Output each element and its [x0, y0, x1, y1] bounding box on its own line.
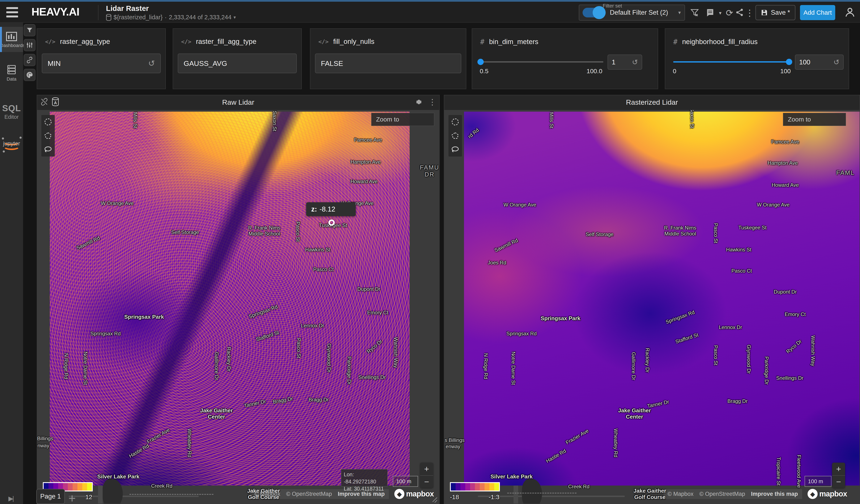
sidebar-item-jupyter[interactable]: jupyter [0, 134, 23, 149]
add-page-button[interactable]: + [68, 491, 76, 504]
annotations-icon[interactable] [705, 8, 715, 18]
theme-tool-button[interactable] [24, 69, 35, 81]
map-street-label: Self Storage [171, 230, 199, 235]
zoom-in-button[interactable]: + [420, 463, 433, 475]
link-tool-button[interactable] [24, 54, 35, 66]
map-street-label: Howard Ave [772, 182, 799, 188]
parameters-tool-button[interactable] [24, 39, 35, 51]
improve-map-link[interactable]: Improve this map [338, 491, 385, 497]
chevron-down-icon[interactable]: ▾ [233, 15, 236, 20]
color-legend[interactable]: -18 -1.3 [450, 482, 500, 491]
control-card-bin-dim-meters: #bin_dim_meters 0.5 100.0 1↺ [472, 28, 658, 89]
rasterized-lidar-map[interactable]: rd RdMills StSaxon StFamcee AveHampton A… [444, 110, 860, 504]
reset-icon[interactable]: ↺ [632, 58, 638, 66]
number-icon: # [480, 38, 484, 46]
polygon-select-tool[interactable] [41, 129, 55, 143]
lasso-select-tool[interactable] [41, 143, 55, 157]
map-street-label: s Billings [445, 437, 464, 443]
raw-lidar-panel: A Raw Lidar ⋮ Mills StSaxon StFamcee Ave… [37, 95, 440, 504]
reset-icon[interactable]: ↺ [834, 58, 840, 66]
page-tab[interactable]: Page 1 [36, 489, 65, 504]
mapbox-attribution-link[interactable]: © Mapbox [254, 491, 280, 497]
improve-map-link[interactable]: Improve this map [751, 491, 798, 497]
zoom-out-button[interactable]: − [420, 475, 433, 488]
circle-select-tool[interactable] [41, 115, 55, 129]
selection-tools [41, 115, 55, 157]
raster-fill-agg-type-input[interactable]: GAUSS_AVG [178, 54, 297, 73]
map-street-label: Gallimore Dr [214, 352, 219, 380]
filter-set-dropdown[interactable]: Filter set Default Filter Set (2) ▾ [579, 5, 685, 20]
save-button[interactable]: Save * [756, 5, 796, 20]
gear-icon[interactable] [415, 98, 423, 106]
add-chart-button[interactable]: Add Chart [800, 5, 835, 20]
mapbox-logo[interactable]: ◆mapbox [807, 489, 847, 499]
input-value: 100 [799, 58, 810, 66]
dashboard-title[interactable]: Lidar Raster [106, 4, 149, 13]
panel-header: A Raw Lidar ⋮ [37, 95, 439, 110]
annotations-caret-icon[interactable]: ▾ [715, 8, 725, 18]
neighborhood-fill-radius-value-input[interactable]: 100↺ [795, 55, 844, 70]
lasso-select-tool[interactable] [448, 143, 462, 157]
osm-attribution-link[interactable]: © OpenStreetMap [286, 491, 332, 497]
sidebar-item-sql-editor[interactable]: SQL Editor [0, 98, 23, 124]
refresh-icon[interactable]: ⟳ [725, 8, 734, 18]
map-street-label: Bragg Dr [272, 395, 293, 405]
hamburger-menu-icon[interactable] [6, 7, 19, 18]
map-street-label: Springsax Park [541, 315, 580, 322]
bin-dim-meters-slider[interactable] [481, 61, 603, 62]
zoom-in-button[interactable]: + [832, 463, 845, 475]
breadcrumb-dot: · [165, 14, 167, 21]
map-street-label: N Ridge Rd [483, 353, 489, 379]
header-divider [98, 5, 98, 20]
reset-icon[interactable]: ↺ [148, 59, 155, 68]
zoom-to-button[interactable]: Zoom to [371, 113, 434, 126]
code-icon: </> [318, 39, 329, 45]
neighborhood-fill-radius-slider[interactable] [673, 61, 789, 62]
legend-swatch [77, 483, 82, 491]
kebab-menu-icon[interactable]: ⋮ [745, 8, 755, 18]
osm-attribution-link[interactable]: © OpenStreetMap [699, 491, 745, 497]
panel-resize-handle[interactable] [432, 496, 438, 502]
share-icon[interactable] [734, 8, 745, 18]
clear-filters-icon[interactable] [690, 8, 700, 18]
zoom-to-button[interactable]: Zoom to [783, 113, 846, 126]
map-street-label: Pasco Ct [313, 267, 334, 272]
sidebar-item-dashboards[interactable]: Dashboards [0, 27, 23, 52]
raster-agg-type-input[interactable]: MIN↺ [42, 54, 161, 73]
polygon-select-tool[interactable] [448, 129, 462, 143]
map-street-label: Fleetwood Ave [796, 455, 802, 488]
kebab-menu-icon[interactable]: ⋮ [428, 97, 436, 106]
map-street-label: Springsax Rd [665, 309, 696, 325]
map-street-label: Creek Rd [568, 484, 589, 490]
sidebar-item-label: Data [7, 76, 16, 82]
zoom-out-button[interactable]: − [832, 475, 845, 488]
slider-thumb[interactable] [786, 59, 792, 65]
mapbox-logo[interactable]: ◆mapbox [394, 489, 434, 499]
toggle-knob [593, 6, 606, 19]
slider-fill [673, 61, 789, 62]
raw-lidar-map[interactable]: Mills StSaxon StFamcee AveHampton AveHow… [37, 110, 439, 504]
user-account-icon[interactable] [844, 6, 856, 19]
slider-thumb[interactable] [477, 59, 484, 65]
bin-dim-meters-value-input[interactable]: 1↺ [607, 55, 642, 70]
sidebar-collapse-icon[interactable]: ▶| [9, 495, 13, 502]
legend-swatch [494, 483, 499, 491]
map-street-label: Stafford St [255, 329, 280, 342]
circle-select-tool[interactable] [448, 115, 462, 129]
app-header: HEAVY.AI Lidar Raster ${rasterized_lidar… [0, 2, 860, 23]
mapbox-attribution-link[interactable]: © Mapbox [668, 491, 693, 497]
sidebar-item-data[interactable]: Data [0, 60, 23, 86]
control-card-raster-agg-type: </>raster_agg_type MIN↺ [37, 28, 166, 89]
control-card-fill-only-nulls: </>fill_only_nulls FALSE [310, 28, 466, 89]
fill-only-nulls-input[interactable]: FALSE [315, 54, 461, 73]
legend-swatch [460, 483, 465, 491]
map-street-label: Famcee Ave [354, 137, 382, 143]
filter-set-toggle[interactable] [583, 8, 604, 17]
map-street-label: Parkridge Dr [764, 357, 770, 385]
map-street-label: Frazier Ave [146, 427, 171, 445]
map-street-label: Famcee Ave [771, 139, 799, 145]
map-street-label: enway [446, 444, 460, 449]
map-street-label: Jake Gaither Center [200, 407, 233, 420]
filter-tool-button[interactable] [24, 24, 35, 36]
data-source-breadcrumb[interactable]: ${rasterized_lidar} · 2,333,244 of 2,333… [106, 14, 236, 21]
